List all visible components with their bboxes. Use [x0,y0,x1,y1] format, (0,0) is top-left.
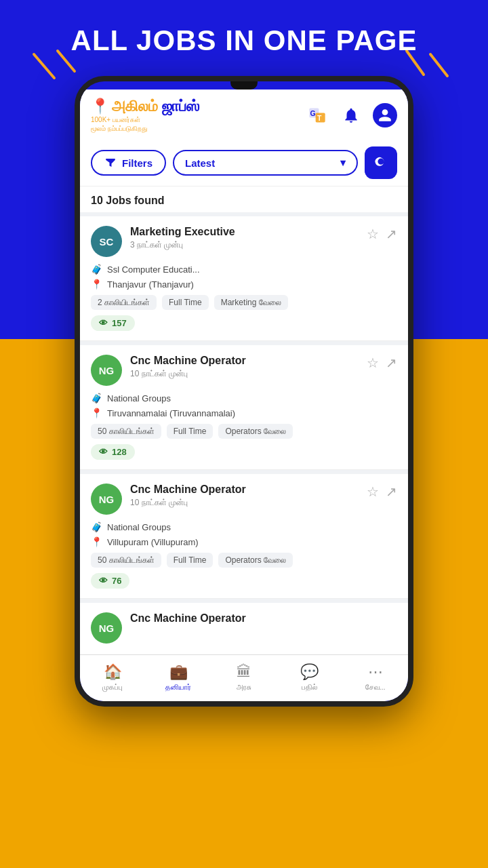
job-tags: 50 காலியிடங்கள் Full Time Operators வேலை [91,553,397,568]
nav-item-reply[interactable]: 💬 பதில் [277,660,342,694]
eye-icon: 👁 [99,576,108,586]
bookmark-icon[interactable]: ☆ [367,484,379,500]
location-row: 📍 Villupuram (Villupuram) [91,536,397,547]
type-tag: Full Time [167,553,214,568]
svg-text:G: G [310,109,316,117]
sort-button[interactable]: Latest ▾ [173,150,358,176]
phone-notch [230,81,258,90]
job-tags: 2 காலியிடங்கள் Full Time Marketing வேலை [91,295,397,310]
category-tag: Marketing வேலை [214,295,288,310]
share-icon[interactable]: ↗ [386,355,397,371]
company-row: 🧳 National Groups [91,393,397,403]
job-card-header: NG Cnc Machine Operator [91,612,397,644]
app-logo: 📍அகிலம் ஜாப்ஸ் 100K+ பயனர்கள்மூலம் நம்பப… [91,98,199,133]
logo-pin-icon: 📍 [91,98,109,115]
nav-item-private[interactable]: 💼 தனியார் [146,660,211,694]
location-icon: 📍 [91,536,102,547]
company-name: National Groups [107,522,171,532]
bottom-nav: 🏠 முகப்பு 💼 தனியார் 🏛 அரசு 💬 பதில் ⋯ [80,654,408,701]
type-tag: Full Time [167,424,214,439]
nav-label-govt: அரசு [237,683,251,692]
company-row: 🧳 Ssl Computer Educati... [91,264,397,275]
govt-icon: 🏛 [237,663,251,681]
home-icon: 🏠 [104,663,122,681]
share-icon[interactable]: ↗ [386,226,397,242]
job-card-header: NG Cnc Machine Operator 10 நாட்கள் முன்ப… [91,355,397,386]
avatar-initials: NG [99,494,115,505]
translate-button[interactable]: G T [305,103,329,127]
nav-item-home[interactable]: 🏠 முகப்பு [80,660,146,694]
chevron-down-icon: ▾ [340,157,346,169]
partial-job-card: NG Cnc Machine Operator [80,603,408,654]
avatar-initials: NG [99,365,115,376]
nav-label-home: முகப்பு [102,683,123,692]
company-name: Ssl Computer Educati... [107,264,200,275]
filter-button[interactable]: Filters [91,150,166,176]
filter-label: Filters [122,157,152,169]
eye-icon: 👁 [99,447,108,457]
nav-item-govt[interactable]: 🏛 அரசு [211,660,277,694]
notification-button[interactable] [339,103,363,127]
job-card-header: SC Marketing Executive 3 நாட்கள் முன்பு … [91,226,397,257]
company-avatar: NG [91,612,122,644]
job-location: Thanjavur (Thanjavur) [107,279,194,290]
job-card: NG Cnc Machine Operator 10 நாட்கள் முன்ப… [80,474,408,599]
company-name: National Groups [107,393,171,403]
header-icons: G T [305,103,397,127]
job-views: 👁 157 [91,315,135,331]
nav-label-more: சேவ... [365,683,386,692]
filter-bar: Filters Latest ▾ [80,140,408,186]
search-button[interactable] [365,146,397,179]
location-row: 📍 Tiruvannamalai (Tiruvannamalai) [91,408,397,418]
job-actions: ☆ ↗ [367,355,397,371]
avatar-initials: SC [100,236,114,248]
more-icon: ⋯ [368,663,383,681]
phone-screen: 📍அகிலம் ஜாப்ஸ் 100K+ பயனர்கள்மூலம் நம்பப… [80,90,408,701]
nav-label-private: தனியார் [165,683,191,692]
logo-subtitle: 100K+ பயனர்கள்மூலம் நம்பப்படுகிறது [91,115,199,133]
job-title: Cnc Machine Operator [130,484,359,496]
briefcase-icon: 🧳 [91,264,102,275]
jobs-count: 10 Jobs found [80,186,408,212]
job-actions: ☆ ↗ [367,226,397,242]
app-header: 📍அகிலம் ஜாப்ஸ் 100K+ பயனர்கள்மூலம் நம்பப… [80,90,408,140]
job-date: 10 நாட்கள் முன்பு [130,369,359,378]
job-title: Marketing Executive [130,226,359,238]
company-row: 🧳 National Groups [91,521,397,532]
job-card: NG Cnc Machine Operator 10 நாட்கள் முன்ப… [80,345,408,470]
briefcase-icon: 🧳 [91,521,102,532]
views-count: 128 [112,447,127,457]
job-views: 👁 76 [91,573,129,589]
bookmark-icon[interactable]: ☆ [367,226,379,242]
company-avatar: NG [91,484,122,515]
nav-label-reply: பதில் [302,683,317,692]
job-title-area: Cnc Machine Operator 10 நாட்கள் முன்பு [130,355,359,378]
job-title: Cnc Machine Operator [130,612,397,625]
job-card-header: NG Cnc Machine Operator 10 நாட்கள் முன்ப… [91,484,397,515]
chat-icon: 💬 [300,663,319,681]
logo-yellow: அகிலம் [112,98,158,115]
location-row: 📍 Thanjavur (Thanjavur) [91,279,397,290]
location-icon: 📍 [91,279,102,290]
views-count: 76 [112,576,121,586]
logo-blue: ஜாப்ஸ் [162,98,199,115]
job-actions: ☆ ↗ [367,484,397,500]
share-icon[interactable]: ↗ [386,484,397,500]
job-location: Villupuram (Villupuram) [107,537,199,547]
user-avatar[interactable] [373,103,397,127]
nav-item-more[interactable]: ⋯ சேவ... [342,660,408,694]
eye-icon: 👁 [99,318,108,328]
job-date: 10 நாட்கள் முன்பு [130,498,359,507]
hero-title: ALL JOBS IN ONE PAGE [0,0,488,64]
svg-text:T: T [317,114,322,122]
views-count: 157 [112,318,127,328]
job-views: 👁 128 [91,444,135,460]
vacancies-tag: 50 காலியிடங்கள் [91,553,161,568]
bookmark-icon[interactable]: ☆ [367,355,379,371]
briefcase-icon: 🧳 [91,393,102,403]
briefcase-nav-icon: 💼 [169,663,188,681]
job-tags: 50 காலியிடங்கள் Full Time Operators வேலை [91,424,397,439]
jobs-count-text: 10 Jobs found [91,195,164,206]
job-date: 3 நாட்கள் முன்பு [130,240,359,250]
job-title-area: Cnc Machine Operator [130,612,397,627]
